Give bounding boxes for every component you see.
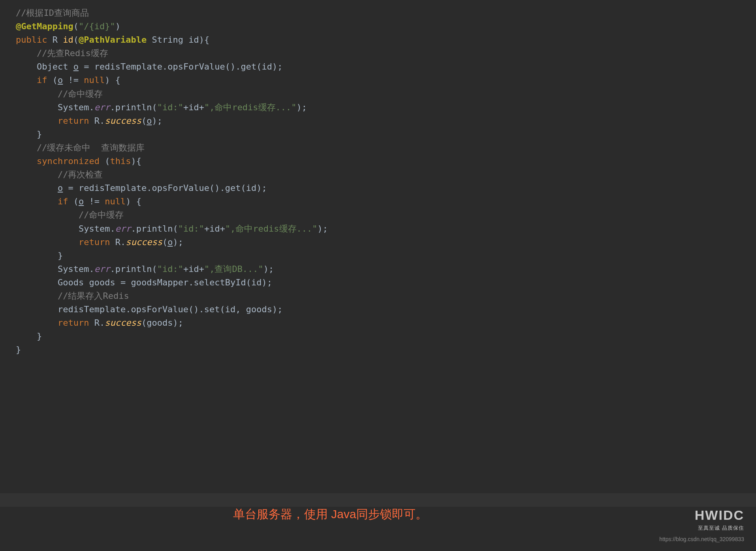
kw-return: return (79, 237, 110, 247)
variable: o (58, 75, 63, 85)
kw-if: if (37, 75, 47, 85)
param-type: String (152, 35, 183, 45)
method-call: opsForValue (167, 62, 225, 72)
blog-url: https://blog.csdn.net/qq_32099833 (659, 535, 744, 544)
code-comment: //根据ID查询商品 (16, 8, 89, 18)
kw-if: if (58, 196, 68, 206)
kw-public: public (16, 35, 47, 45)
annotation: @PathVariable (79, 35, 147, 45)
class-ref: R (94, 318, 100, 328)
watermark-brand: HWIDC (695, 505, 744, 526)
arg: o (167, 237, 173, 247)
static-method: success (105, 318, 141, 328)
static-method: success (105, 116, 141, 126)
kw-null: null (84, 75, 105, 85)
field-ref: goodsMapper (131, 277, 188, 287)
class-ref: R (94, 116, 100, 126)
variable: o (73, 62, 79, 72)
param-name: id (188, 35, 199, 45)
watermark-tagline: 至真至诚 品质保住 (695, 524, 744, 532)
class-ref: System (79, 224, 110, 234)
arg: goods (246, 304, 272, 314)
kw-return: return (58, 116, 89, 126)
arg: id (246, 183, 257, 193)
kw-synchronized: synchronized (37, 156, 100, 166)
variable: o (79, 196, 84, 206)
string-literal: "id:" (157, 102, 183, 112)
string-literal: "id:" (178, 224, 204, 234)
string-literal: ",查询DB..." (204, 264, 263, 274)
static-method: success (126, 237, 162, 247)
string-literal: ",命中redis缓存..." (225, 224, 318, 234)
method-call: println (115, 264, 152, 274)
code-comment: //缓存未命中 查询数据库 (37, 143, 145, 153)
method-call: set (204, 304, 220, 314)
class-ref: R (115, 237, 120, 247)
method-call: get (225, 183, 241, 193)
code-comment: //命中缓存 (58, 89, 103, 99)
method-call: opsForValue (152, 183, 209, 193)
static-field: err (115, 224, 131, 234)
arg: id (225, 304, 236, 314)
method-name: id (63, 35, 73, 45)
kw-return: return (58, 318, 89, 328)
class-ref: System (58, 264, 89, 274)
string-literal: "id:" (157, 264, 183, 274)
method-call: selectById (194, 277, 246, 287)
class-ref: System (58, 102, 89, 112)
method-call: println (115, 102, 152, 112)
code-comment: //命中缓存 (79, 210, 124, 220)
annotation: @GetMapping (16, 21, 73, 31)
static-field: err (94, 102, 110, 112)
variable: o (58, 183, 63, 193)
arg: o (147, 116, 152, 126)
method-call: get (241, 62, 257, 72)
field-ref: redisTemplate (58, 304, 126, 314)
var-type: Goods (58, 277, 84, 287)
method-call: println (136, 224, 173, 234)
field-ref: redisTemplate (79, 183, 147, 193)
code-comment: //结果存入Redis (58, 291, 129, 301)
annotation-note: 单台服务器，使用 Java同步锁即可。 (233, 505, 427, 524)
arg: id (262, 62, 273, 72)
code-comment: //先查Redis缓存 (37, 48, 108, 58)
var-type: Object (37, 62, 68, 72)
return-type: R (53, 35, 58, 45)
code-editor[interactable]: //根据ID查询商品 @GetMapping("/{id}") public R… (0, 6, 756, 357)
watermark: HWIDC 至真至诚 品质保住 (695, 505, 744, 532)
static-field: err (94, 264, 110, 274)
variable: goods (89, 277, 115, 287)
kw-null: null (105, 196, 126, 206)
kw-this: this (110, 156, 131, 166)
string-literal: ",命中redis缓存..." (204, 102, 297, 112)
code-comment: //再次检查 (58, 170, 103, 179)
arg: id (251, 277, 262, 287)
field-ref: redisTemplate (94, 62, 162, 72)
arg: goods (147, 318, 173, 328)
string-literal: "/{id}" (79, 21, 115, 31)
method-call: opsForValue (131, 304, 188, 314)
